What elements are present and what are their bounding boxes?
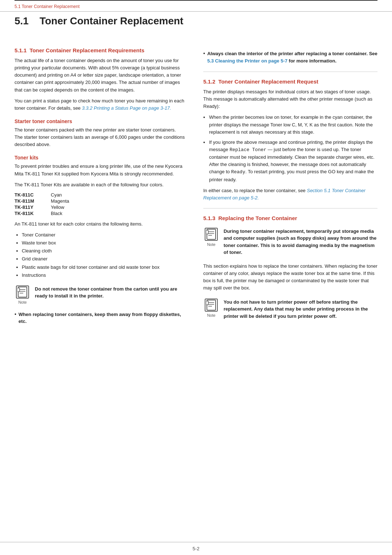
breadcrumb-link[interactable]: 5.1 Toner Container Replacement [15, 4, 79, 9]
note-icon-3: Note [203, 299, 219, 317]
note-icon-1: Note [15, 285, 30, 304]
note-text-3: You do not have to turn printer power of… [224, 299, 377, 320]
note-text-2: During toner container replacement, temp… [224, 228, 377, 256]
note-box-1: Note Do not remove the toner container f… [15, 284, 185, 306]
note-box-2: Note During toner container replacement,… [203, 226, 377, 258]
section-title-text: Toner Container Replacement [40, 15, 183, 27]
table-row: TK-811M Magenta [15, 198, 185, 204]
section-divider-2 [203, 208, 377, 208]
toner-kits-p1: To prevent printer troubles and ensure a… [15, 163, 185, 177]
page: 5.1 Toner Container Replacement 5.1Toner… [0, 0, 392, 555]
subsection-2-intro: The printer displays messages for indivi… [203, 88, 377, 110]
note-symbol-icon [16, 285, 29, 299]
toner-table: TK-811C Cyan TK-811M Magenta TK-811Y Yel… [15, 192, 185, 216]
cleaning-link[interactable]: 5.3 Cleaning the Printer on page 5-7 [207, 58, 287, 64]
right-bold-bullet-1: • Always clean the interior of the print… [203, 50, 377, 64]
table-row: TK-811C Cyan [15, 192, 185, 198]
request-bullet-1: • When the printer becomes low on toner,… [203, 114, 377, 135]
content-area: 5.1.1Toner Container Replacement Require… [0, 40, 392, 343]
table-row: TK-811K Black [15, 211, 185, 216]
subsection-1-p1: The actual life of a toner container dep… [15, 57, 185, 94]
note-box-3: Note You do not have to turn printer pow… [203, 297, 377, 321]
subsection-2-title: 5.1.2Toner Container Replacement Request [203, 78, 377, 85]
list-item: Waste toner box [22, 239, 185, 247]
section-number: 5.1 [15, 15, 29, 27]
subsection-1-title: 5.1.1Toner Container Replacement Require… [15, 47, 185, 53]
request-bullets: • When the printer becomes low on toner,… [203, 114, 377, 183]
toner-kits-heading: Toner kits [15, 155, 185, 161]
svg-rect-14 [206, 301, 208, 305]
left-column: 5.1.1Toner Container Replacement Require… [15, 47, 196, 328]
footer: 5-2 [0, 542, 392, 555]
note-text-1: Do not remove the toner container from t… [35, 285, 185, 300]
right-column: • Always clean the interior of the print… [196, 47, 377, 328]
bold-bullet-1: • When replacing toner containers, keep … [15, 311, 185, 325]
subsection-1-p2: You can print a status page to check how… [15, 97, 185, 112]
header-bar: 5.1 Toner Container Replacement [0, 1, 392, 12]
ref-para: In either case, to replace the toner con… [203, 187, 377, 202]
section-divider-1 [203, 72, 377, 72]
section-title: 5.1Toner Container Replacement [15, 15, 377, 29]
subsection-3-intro: This section explains how to replace the… [203, 263, 377, 292]
note-symbol-icon-2 [205, 228, 218, 241]
svg-rect-9 [206, 230, 208, 234]
note-label-3: Note [207, 313, 215, 317]
toner-kit-contents-list: Toner Container Waste toner box Cleaning… [22, 231, 185, 279]
note-label-1: Note [18, 300, 26, 304]
starter-heading: Starter toner containers [15, 118, 185, 124]
toner-kits-p2: The TK-811 Toner Kits are available in e… [15, 181, 185, 189]
request-bullet-2: • If you ignore the above message and co… [203, 139, 377, 183]
status-page-link[interactable]: 3.3.2 Printing a Status Page on page 3-1… [82, 105, 171, 111]
note-icon-2: Note [203, 228, 219, 247]
list-item: Instructions [22, 272, 185, 279]
page-number: 5-2 [193, 546, 200, 551]
note-label-2: Note [207, 242, 215, 247]
svg-rect-4 [17, 288, 20, 292]
toner-kit-contents-intro: An TK-811 toner kit for each color cntai… [15, 220, 185, 228]
note-symbol-icon-3 [205, 299, 218, 312]
starter-para: The toner containers packed with the new… [15, 126, 185, 148]
list-item: Plastic waste bags for old toner contain… [22, 264, 185, 271]
subsection-3-title: 5.1.3Replacing the Toner Container [203, 215, 377, 221]
list-item: Cleaning cloth [22, 247, 185, 255]
table-row: TK-811Y Yellow [15, 204, 185, 210]
list-item: Grid cleaner [22, 255, 185, 263]
list-item: Toner Container [22, 231, 185, 239]
